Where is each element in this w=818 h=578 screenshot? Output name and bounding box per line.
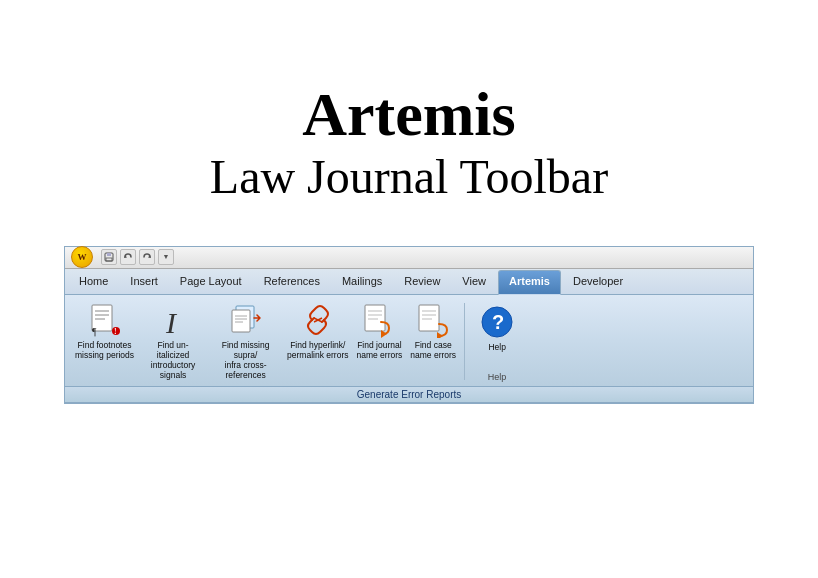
save-quick-btn[interactable] — [101, 249, 117, 265]
tab-page-layout[interactable]: Page Layout — [170, 269, 252, 294]
tab-home[interactable]: Home — [69, 269, 118, 294]
find-footnotes-button[interactable]: ¶ ! Find footnotesmissing periods — [71, 299, 138, 384]
title-section: Artemis Law Journal Toolbar — [210, 0, 608, 206]
tab-references[interactable]: References — [254, 269, 330, 294]
doc-stack-icon — [228, 302, 264, 338]
journal-icon — [361, 302, 397, 338]
help-group-label: Help — [488, 372, 507, 382]
find-un-italicized-button[interactable]: I Find un-italicizedintroductory signals — [138, 299, 208, 384]
tab-mailings[interactable]: Mailings — [332, 269, 392, 294]
find-un-italicized-label: Find un-italicizedintroductory signals — [142, 340, 204, 381]
title-bar: W ▼ — [65, 247, 753, 269]
redo-quick-btn[interactable] — [139, 249, 155, 265]
italic-icon: I — [155, 302, 191, 338]
undo-quick-btn[interactable] — [120, 249, 136, 265]
generate-error-reports-bar[interactable]: Generate Error Reports — [65, 387, 753, 403]
svg-text:¶: ¶ — [92, 326, 97, 337]
help-label: Help — [488, 342, 505, 352]
office-button[interactable]: W — [71, 246, 93, 268]
svg-rect-1 — [107, 253, 111, 256]
find-journal-label: Find journalname errors — [356, 340, 402, 360]
find-journal-button[interactable]: Find journalname errors — [352, 299, 406, 384]
find-hyperlink-button[interactable]: Find hyperlink/permalink errors — [283, 299, 352, 384]
ribbon-content: ¶ ! Find footnotesmissing periods I Find… — [65, 295, 753, 387]
tab-artemis[interactable]: Artemis — [498, 270, 561, 295]
svg-text:I: I — [165, 306, 178, 337]
tab-insert[interactable]: Insert — [120, 269, 168, 294]
ribbon-tabs: Home Insert Page Layout References Maili… — [65, 269, 753, 295]
footnotes-icon: ¶ ! — [87, 302, 123, 338]
svg-rect-20 — [365, 305, 385, 331]
find-missing-supra-label: Find missing supra/infra cross-reference… — [212, 340, 279, 381]
quick-access-bar: ▼ — [101, 249, 174, 265]
group-separator — [464, 303, 465, 380]
hyperlink-icon — [300, 302, 336, 338]
app-subtitle: Law Journal Toolbar — [210, 148, 608, 206]
svg-text:?: ? — [492, 311, 504, 333]
generate-error-reports-label: Generate Error Reports — [357, 389, 462, 400]
find-missing-supra-button[interactable]: Find missing supra/infra cross-reference… — [208, 299, 283, 384]
tab-developer[interactable]: Developer — [563, 269, 633, 294]
tab-review[interactable]: Review — [394, 269, 450, 294]
find-hyperlink-label: Find hyperlink/permalink errors — [287, 340, 348, 360]
app-title: Artemis — [302, 80, 515, 148]
find-case-label: Find casename errors — [410, 340, 456, 360]
svg-text:!: ! — [114, 327, 117, 336]
case-icon — [415, 302, 451, 338]
svg-rect-25 — [419, 305, 439, 331]
tab-view[interactable]: View — [452, 269, 496, 294]
find-case-button[interactable]: Find casename errors — [406, 299, 460, 384]
svg-rect-14 — [232, 310, 250, 332]
help-group: ? Help Help — [469, 299, 525, 384]
help-button[interactable]: ? Help — [475, 301, 519, 355]
quick-access-dropdown[interactable]: ▼ — [158, 249, 174, 265]
toolbar-wrapper: W ▼ — [64, 246, 754, 404]
help-icon: ? — [479, 304, 515, 340]
find-footnotes-label: Find footnotesmissing periods — [75, 340, 134, 360]
